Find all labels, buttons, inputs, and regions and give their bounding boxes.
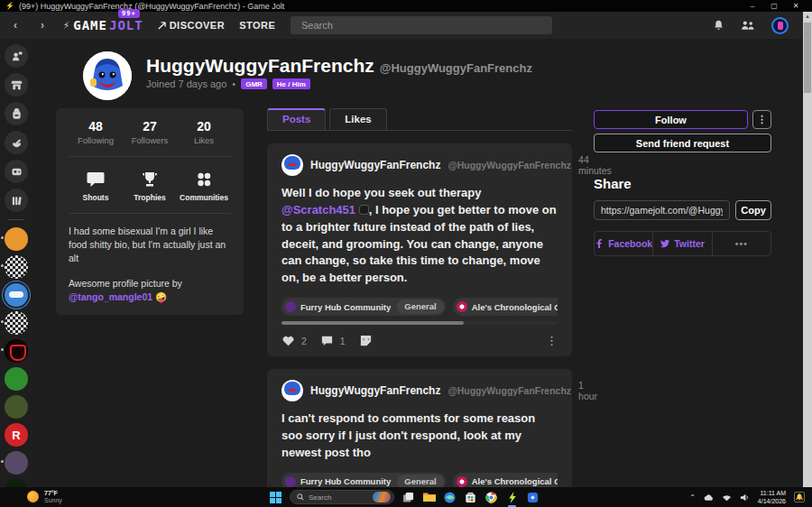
- sticker-icon[interactable]: [359, 334, 373, 347]
- avatar-camo-character[interactable]: [5, 395, 28, 419]
- avatar-red-lineart[interactable]: [5, 339, 28, 363]
- share-more-button[interactable]: •••: [712, 232, 770, 255]
- like-icon[interactable]: [281, 334, 295, 347]
- ms-store-icon[interactable]: [464, 491, 477, 504]
- trophies-button[interactable]: Trophies: [123, 170, 177, 202]
- post-timestamp[interactable]: 1 hour: [578, 380, 597, 401]
- community-tag[interactable]: Ale's Chronological Chaos World TeamGene…: [453, 298, 558, 316]
- friends-icon[interactable]: [741, 20, 755, 31]
- notification-count-badge: 99+: [118, 9, 140, 18]
- task-view-icon[interactable]: [401, 491, 415, 504]
- avatar-partial[interactable]: [5, 479, 28, 487]
- community-avatar: [285, 476, 296, 487]
- stat-following[interactable]: 48 Following: [69, 119, 123, 145]
- tab-posts[interactable]: Posts: [267, 108, 326, 130]
- post-author-avatar[interactable]: [281, 154, 303, 176]
- profile-actions-row: Shouts Trophies Communities: [69, 157, 231, 214]
- stats-row: 48 Following 27 Followers 20 Likes: [69, 119, 231, 157]
- taskbar-search[interactable]: Search: [290, 490, 394, 504]
- communities-button[interactable]: Communities: [177, 170, 231, 202]
- community-tags: Furry Hub CommunityGeneral Ale's Chronol…: [281, 298, 558, 316]
- library-icon[interactable]: [5, 189, 28, 212]
- bio-credit-link[interactable]: @tango_mangle01: [69, 291, 152, 302]
- community-tag[interactable]: Furry Hub CommunityGeneral: [281, 298, 446, 316]
- comment-icon[interactable]: [320, 334, 334, 347]
- logo-game-text: GAME: [73, 18, 107, 32]
- backpack-icon[interactable]: [5, 102, 28, 125]
- joined-text: Joined 7 days ago: [146, 78, 226, 89]
- stat-followers[interactable]: 27 Followers: [123, 119, 177, 145]
- avatar-roblox-r[interactable]: R: [5, 423, 28, 447]
- scroll-up-arrow[interactable]: ▲: [803, 12, 812, 21]
- taskbar-clock[interactable]: 11:11 AM 4/14/2026: [758, 489, 786, 506]
- taskbar-weather-widget[interactable]: 77°F Sunny: [27, 489, 62, 504]
- edge-icon[interactable]: [443, 491, 457, 504]
- scrollbar-thumb[interactable]: [804, 23, 811, 93]
- profile-info-card: 48 Following 27 Followers 20 Likes Shout…: [56, 108, 244, 315]
- logo-jolt-text: JOLT: [109, 18, 143, 32]
- wifi-icon[interactable]: [722, 493, 732, 502]
- feed-column: Posts Likes HuggyWuggyFanFrenchz @HuggyW…: [267, 108, 572, 487]
- community-tag[interactable]: Furry Hub CommunityGeneral: [281, 473, 446, 487]
- share-twitter-button[interactable]: Twitter: [652, 232, 711, 255]
- quests-icon[interactable]: [5, 131, 28, 154]
- nav-store[interactable]: STORE: [239, 20, 275, 31]
- gamejolt-taskbar-icon[interactable]: [505, 491, 519, 504]
- profile-avatar[interactable]: [83, 51, 132, 100]
- shouts-button[interactable]: Shouts: [69, 170, 123, 202]
- share-facebook-button[interactable]: Facebook: [595, 232, 652, 255]
- post-options-kebab[interactable]: ⋮: [546, 334, 558, 347]
- avatar-blue-cloud[interactable]: [5, 283, 28, 307]
- post-author-avatar[interactable]: [281, 380, 303, 401]
- send-friend-request-button[interactable]: Send friend request: [594, 134, 771, 152]
- start-icon[interactable]: [269, 491, 282, 504]
- feed-icon[interactable]: [5, 44, 28, 68]
- games-icon[interactable]: [5, 160, 28, 183]
- post-author-name[interactable]: HuggyWuggyFanFrenchz: [310, 159, 440, 171]
- minimize-button[interactable]: –: [742, 0, 763, 12]
- share-url-input[interactable]: [594, 200, 730, 220]
- communities-icon: [194, 170, 214, 189]
- forward-arrow-icon[interactable]: ›: [36, 19, 49, 32]
- tab-likes[interactable]: Likes: [329, 108, 386, 130]
- profile-options-button[interactable]: ⋮: [752, 110, 771, 129]
- tags-scrollbar[interactable]: [281, 321, 558, 325]
- mention-link[interactable]: @Scratch451: [281, 203, 355, 217]
- left-sidebar-rail: R: [0, 39, 32, 487]
- window-scrollbar[interactable]: ▲: [803, 12, 812, 487]
- user-avatar[interactable]: [771, 17, 789, 34]
- community-tag[interactable]: Ale's Chronological Chaos World TeamGene…: [453, 473, 558, 487]
- gamejolt-logo[interactable]: ⚡ GAME JOLT 99+: [63, 18, 143, 32]
- follow-button[interactable]: Follow: [594, 110, 748, 129]
- onedrive-cloud-icon[interactable]: [704, 493, 714, 502]
- profile-tabs: Posts Likes: [267, 108, 572, 131]
- chevron-up-icon[interactable]: ⌃: [689, 493, 696, 502]
- post-author-name[interactable]: HuggyWuggyFanFrenchz: [310, 384, 440, 397]
- maximize-button[interactable]: ▢: [763, 0, 785, 12]
- nav-discover[interactable]: DISCOVER: [158, 20, 225, 31]
- avatar-pixel-1[interactable]: [5, 255, 28, 279]
- avatar-pixel-scene[interactable]: [5, 451, 28, 475]
- avatar-green-character[interactable]: [5, 367, 28, 391]
- share-title: Share: [594, 176, 771, 191]
- profile-name: HuggyWuggyFanFrenchz@HuggyWuggyFanFrench…: [146, 55, 532, 77]
- close-button[interactable]: ✕: [785, 0, 807, 12]
- blue-app-icon[interactable]: [526, 491, 540, 504]
- active-app-indicator: [508, 505, 516, 507]
- chrome-icon[interactable]: [484, 491, 498, 504]
- stat-likes[interactable]: 20 Likes: [177, 119, 231, 145]
- avatar-pixel-2[interactable]: [5, 311, 28, 335]
- back-arrow-icon[interactable]: ‹: [9, 19, 22, 32]
- file-explorer-icon[interactable]: [422, 491, 436, 504]
- notification-center-icon[interactable]: 🔔: [794, 492, 805, 502]
- search-input[interactable]: [291, 16, 552, 34]
- copy-button[interactable]: Copy: [735, 200, 771, 220]
- post-footer: 2 1 ⋮: [281, 334, 558, 347]
- avatar-orange-emoji[interactable]: [5, 227, 28, 251]
- rail-divider: [8, 219, 24, 220]
- page-content: HuggyWuggyFanFrenchz@HuggyWuggyFanFrench…: [32, 39, 803, 487]
- bio-credit: Awesome profile picture by: [69, 277, 231, 290]
- bell-icon[interactable]: [713, 20, 724, 32]
- shop-icon[interactable]: [5, 73, 28, 97]
- speaker-icon[interactable]: [740, 493, 750, 502]
